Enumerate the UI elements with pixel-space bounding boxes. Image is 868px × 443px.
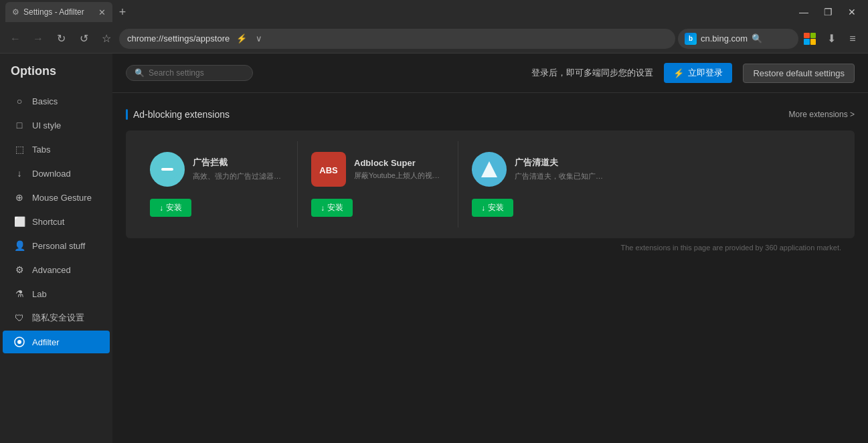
ext-top: ABS Adblock Super 屏蔽Youtube上烦人的视… bbox=[311, 152, 444, 187]
sidebar-item-mouse-gesture[interactable]: ⊕ Mouse Gesture bbox=[3, 186, 110, 209]
restore-button[interactable]: ❐ bbox=[817, 1, 839, 23]
sidebar-item-privacy[interactable]: 🛡 隐私安全设置 bbox=[3, 306, 110, 329]
privacy-icon: 🛡 bbox=[13, 312, 25, 324]
sidebar-item-adfilter[interactable]: Adfilter bbox=[3, 331, 110, 353]
install-icon: ↓ bbox=[481, 203, 485, 213]
svg-rect-3 bbox=[161, 168, 173, 171]
sidebar-item-download[interactable]: ↓ Download bbox=[3, 162, 110, 185]
lab-icon: ⚗ bbox=[13, 288, 25, 300]
search-input[interactable] bbox=[149, 68, 236, 78]
sidebar-item-ui-style[interactable]: □ UI style bbox=[3, 114, 110, 137]
tab-close-button[interactable]: ✕ bbox=[98, 8, 106, 17]
main-layout: Options ○ Basics □ UI style ⬚ Tabs ↓ Dow… bbox=[0, 54, 868, 443]
address-chevron-icon[interactable]: ∨ bbox=[251, 31, 267, 47]
ext-info: Adblock Super 屏蔽Youtube上烦人的视… bbox=[354, 158, 444, 181]
install-label: 安装 bbox=[327, 202, 343, 213]
sidebar-item-label: Advanced bbox=[32, 265, 71, 275]
back-button[interactable]: ← bbox=[5, 29, 25, 49]
ext-desc: 屏蔽Youtube上烦人的视… bbox=[354, 171, 444, 181]
login-label: 立即登录 bbox=[688, 67, 723, 79]
sidebar-item-tabs[interactable]: ⬚ Tabs bbox=[3, 138, 110, 161]
ext-name: 广告清道夫 bbox=[515, 157, 605, 169]
ext-desc: 高效、强力的广告过滤器… bbox=[193, 171, 284, 181]
reload-button[interactable]: ↺ bbox=[74, 29, 94, 49]
sidebar-item-label: Download bbox=[32, 169, 71, 179]
tab-bar: ⚙ Settings - Adfilter ✕ + bbox=[5, 0, 793, 24]
ext-top: 广告清道夫 广告清道夫，收集已知广… bbox=[472, 152, 605, 187]
ext-name: 广告拦截 bbox=[193, 157, 284, 169]
ms-tiles-icon bbox=[804, 33, 816, 45]
bing-search-icon[interactable]: 🔍 bbox=[752, 33, 762, 43]
extension-item-guanggao-qingdaofu: 广告清道夫 广告清道夫，收集已知广… ↓ 安装 bbox=[458, 141, 618, 228]
new-tab-button[interactable]: + bbox=[112, 2, 133, 22]
personal-stuff-icon: 👤 bbox=[13, 240, 25, 252]
ext-icon-adblock-super: ABS bbox=[311, 152, 346, 187]
address-text: chrome://settings/appstore bbox=[127, 33, 230, 43]
ext-top: 广告拦截 高效、强力的广告过滤器… bbox=[150, 152, 284, 187]
extension-item-adblock-super: ABS Adblock Super 屏蔽Youtube上烦人的视… ↓ 安装 bbox=[297, 141, 458, 228]
address-bar[interactable]: chrome://settings/appstore ⚡ ∨ bbox=[119, 29, 675, 49]
svg-text:ABS: ABS bbox=[319, 165, 338, 175]
forward-button[interactable]: → bbox=[28, 29, 48, 49]
extension-item-guanggao-lanjie: 广告拦截 高效、强力的广告过滤器… ↓ 安装 bbox=[137, 141, 297, 228]
address-action-icon[interactable]: ⚡ bbox=[234, 31, 250, 47]
refresh-button[interactable]: ↻ bbox=[51, 29, 71, 49]
address-actions: ⚡ ∨ bbox=[234, 31, 267, 47]
sidebar-item-advanced[interactable]: ⚙ Advanced bbox=[3, 258, 110, 281]
install-label: 安装 bbox=[166, 202, 182, 213]
sidebar-item-lab[interactable]: ⚗ Lab bbox=[3, 282, 110, 305]
sidebar-title: Options bbox=[0, 62, 112, 89]
tabs-icon: ⬚ bbox=[13, 143, 25, 155]
shortcut-icon: ⬜ bbox=[13, 215, 25, 228]
tab-title: Settings - Adfilter bbox=[23, 7, 84, 17]
search-icon: 🔍 bbox=[135, 68, 145, 78]
install-icon: ↓ bbox=[321, 203, 325, 213]
download-icon: ↓ bbox=[13, 167, 25, 179]
mouse-gesture-icon: ⊕ bbox=[13, 191, 25, 203]
install-button-adblock-super[interactable]: ↓ 安装 bbox=[311, 199, 353, 217]
ext-desc: 广告清道夫，收集已知广… bbox=[515, 171, 605, 181]
ui-style-icon: □ bbox=[13, 119, 25, 131]
bing-text: cn.bing.com bbox=[701, 33, 748, 43]
ext-info: 广告清道夫 广告清道夫，收集已知广… bbox=[515, 157, 605, 181]
download-button[interactable]: ⬇ bbox=[821, 29, 841, 49]
sync-text: 登录后，即可多端同步您的设置 bbox=[531, 67, 653, 79]
extensions-section: Ad-blocking extensions More extensions > bbox=[112, 93, 868, 273]
sidebar-item-personal-stuff[interactable]: 👤 Personal stuff bbox=[3, 234, 110, 257]
install-button-guanggao-qingdaofu[interactable]: ↓ 安装 bbox=[472, 199, 513, 217]
sidebar-item-label: Lab bbox=[32, 289, 47, 299]
active-tab[interactable]: ⚙ Settings - Adfilter ✕ bbox=[5, 2, 112, 22]
sidebar-item-label: Basics bbox=[32, 96, 58, 106]
bing-search-box[interactable]: b cn.bing.com 🔍 bbox=[678, 29, 798, 49]
more-extensions-link[interactable]: More extensions > bbox=[789, 110, 855, 119]
content-topbar: 🔍 登录后，即可多端同步您的设置 ⚡ 立即登录 Restore default … bbox=[112, 54, 868, 93]
basics-icon: ○ bbox=[13, 95, 25, 107]
install-icon: ↓ bbox=[159, 203, 163, 213]
ms-tiles-button[interactable] bbox=[800, 29, 820, 49]
section-title: Ad-blocking extensions bbox=[126, 109, 230, 120]
install-label: 安装 bbox=[488, 202, 504, 213]
titlebar: ⚙ Settings - Adfilter ✕ + — ❐ ✕ bbox=[0, 0, 868, 24]
bing-logo: b bbox=[685, 33, 697, 45]
ext-name: Adblock Super bbox=[354, 158, 444, 168]
sidebar-item-basics[interactable]: ○ Basics bbox=[3, 90, 110, 112]
footer-note: The extensions in this page are provided… bbox=[126, 238, 855, 257]
bookmark-button[interactable]: ☆ bbox=[96, 29, 116, 49]
install-button-guanggao-lanjie[interactable]: ↓ 安装 bbox=[150, 199, 191, 217]
ext-icon-guanggao-lanjie bbox=[150, 152, 185, 187]
restore-defaults-button[interactable]: Restore default settings bbox=[743, 64, 855, 83]
svg-point-1 bbox=[17, 340, 21, 344]
login-button[interactable]: ⚡ 立即登录 bbox=[664, 63, 732, 83]
sidebar-item-label: UI style bbox=[32, 120, 61, 130]
tab-icon: ⚙ bbox=[12, 7, 19, 17]
search-box[interactable]: 🔍 bbox=[126, 65, 253, 81]
section-header: Ad-blocking extensions More extensions > bbox=[126, 109, 855, 120]
minimize-button[interactable]: — bbox=[793, 1, 814, 23]
ext-info: 广告拦截 高效、强力的广告过滤器… bbox=[193, 157, 284, 181]
adfilter-icon bbox=[13, 336, 25, 348]
close-button[interactable]: ✕ bbox=[841, 1, 863, 23]
sidebar-item-shortcut[interactable]: ⬜ Shortcut bbox=[3, 210, 110, 233]
sidebar-item-label: Mouse Gesture bbox=[32, 193, 92, 203]
sidebar-item-label: Adfilter bbox=[32, 337, 59, 347]
menu-button[interactable]: ≡ bbox=[843, 29, 863, 49]
